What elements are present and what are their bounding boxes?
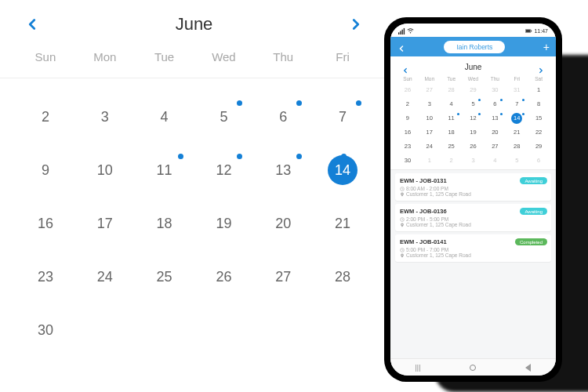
date-cell[interactable]: 18: [135, 209, 194, 238]
mini-date-cell[interactable]: 15: [528, 113, 550, 124]
mini-date-cell[interactable]: 26: [463, 141, 485, 152]
mini-date-cell[interactable]: 14: [506, 113, 528, 124]
mini-date-cell[interactable]: 21: [506, 127, 528, 138]
mini-date-cell[interactable]: 23: [397, 141, 419, 152]
date-cell[interactable]: 2: [16, 102, 75, 132]
date-cell[interactable]: 11: [135, 155, 194, 185]
job-card[interactable]: EWM - JOB-01362:00 PM - 5:00 PMCustomer …: [395, 204, 551, 231]
mini-date-cell[interactable]: 27: [484, 141, 506, 152]
date-cell[interactable]: 5: [194, 102, 254, 132]
date-cell[interactable]: 16: [16, 209, 75, 238]
event-dot-icon: [500, 99, 503, 101]
mini-date-cell[interactable]: 1: [419, 155, 441, 166]
mini-date-cell[interactable]: 31: [506, 85, 528, 96]
calendar-header: June: [0, 0, 388, 50]
date-cell[interactable]: 26: [194, 262, 254, 292]
job-location: Customer 1, 125 Cape Road: [400, 252, 546, 258]
mini-dow-row: SunMonTueWedThuFriSat: [397, 76, 550, 82]
mini-date-cell[interactable]: 28: [506, 141, 528, 152]
mini-date-cell[interactable]: 11: [441, 113, 463, 124]
mini-date-cell[interactable]: 18: [441, 127, 463, 138]
date-cell[interactable]: 17: [75, 209, 135, 238]
add-icon[interactable]: +: [543, 41, 550, 53]
mini-date-cell[interactable]: 3: [419, 99, 441, 110]
svg-rect-3: [404, 28, 405, 34]
mini-calendar-header: June: [397, 61, 550, 76]
mini-date-cell[interactable]: 12: [463, 113, 485, 124]
recent-apps-icon[interactable]: |||: [415, 364, 420, 372]
mini-date-cell[interactable]: 20: [484, 127, 506, 138]
mini-date-cell[interactable]: 7: [506, 99, 528, 110]
mini-date-cell[interactable]: 5: [506, 155, 528, 166]
mini-dow-label: Thu: [484, 76, 506, 82]
mini-dow-label: Tue: [441, 76, 463, 82]
date-cell[interactable]: 7: [313, 102, 372, 132]
mini-date-cell[interactable]: 6: [528, 155, 550, 166]
home-icon[interactable]: [470, 365, 476, 371]
job-card[interactable]: EWM - JOB-01318:00 AM - 2:00 PMCustomer …: [395, 173, 551, 201]
mini-date-cell[interactable]: 9: [397, 113, 419, 124]
event-dot-icon: [500, 113, 503, 115]
mini-date-cell[interactable]: 16: [397, 127, 419, 138]
date-cell[interactable]: 28: [313, 262, 372, 292]
mini-date-cell[interactable]: 13: [484, 113, 506, 124]
dow-label: Mon: [75, 50, 135, 64]
date-cell[interactable]: 21: [313, 209, 372, 238]
back-icon[interactable]: [397, 42, 406, 52]
date-cell[interactable]: 4: [135, 102, 194, 132]
mini-date-cell[interactable]: 29: [528, 141, 550, 152]
back-nav-icon[interactable]: [525, 364, 531, 372]
phone-screen: 11:47 Iain Roberts + June SunMonTueWedTh…: [390, 24, 556, 376]
date-grid: 2345679101112131416171819202123242526272…: [0, 78, 388, 345]
date-cell[interactable]: 13: [253, 155, 313, 185]
mini-date-cell[interactable]: 2: [441, 155, 463, 166]
mini-prev-month-icon[interactable]: [401, 64, 409, 71]
date-cell[interactable]: 30: [16, 315, 75, 345]
user-pill[interactable]: Iain Roberts: [444, 41, 505, 53]
mini-dow-label: Mon: [419, 76, 441, 82]
mini-date-cell[interactable]: 3: [463, 155, 485, 166]
mini-date-cell[interactable]: 26: [397, 85, 419, 96]
date-cell: [253, 315, 313, 345]
next-month-icon[interactable]: [347, 16, 365, 33]
date-cell[interactable]: 12: [194, 155, 254, 185]
mini-dow-label: Fri: [506, 76, 528, 82]
mini-date-cell[interactable]: 29: [463, 85, 485, 96]
date-cell[interactable]: 14: [328, 155, 358, 185]
mini-date-cell[interactable]: 27: [419, 85, 441, 96]
mini-date-cell[interactable]: 28: [441, 85, 463, 96]
date-cell[interactable]: 3: [75, 102, 135, 132]
event-dot-icon: [356, 100, 361, 106]
date-cell[interactable]: 20: [253, 209, 313, 238]
date-cell[interactable]: 9: [16, 155, 75, 185]
mini-date-cell[interactable]: 24: [419, 141, 441, 152]
mini-date-cell[interactable]: 4: [441, 99, 463, 110]
mini-date-cell[interactable]: 30: [484, 85, 506, 96]
mini-date-cell[interactable]: 19: [463, 127, 485, 138]
mini-date-cell[interactable]: 17: [419, 127, 441, 138]
date-cell[interactable]: 10: [75, 155, 135, 185]
clock-icon: [400, 217, 405, 222]
mini-date-cell[interactable]: 8: [528, 99, 550, 110]
date-cell[interactable]: 6: [253, 102, 313, 132]
mini-date-cell[interactable]: 22: [528, 127, 550, 138]
mini-date-cell[interactable]: 25: [441, 141, 463, 152]
dow-label: Wed: [194, 50, 254, 64]
prev-month-icon[interactable]: [24, 16, 41, 33]
mini-date-cell[interactable]: 4: [484, 155, 506, 166]
mini-date-cell[interactable]: 5: [463, 99, 485, 110]
date-cell[interactable]: 23: [16, 262, 75, 292]
date-cell[interactable]: 24: [75, 262, 135, 292]
mini-next-month-icon[interactable]: [537, 64, 545, 71]
date-cell[interactable]: 19: [194, 209, 254, 238]
mini-date-cell[interactable]: 2: [397, 99, 419, 110]
dow-label: Thu: [253, 50, 313, 64]
date-cell[interactable]: 25: [135, 262, 194, 292]
mini-date-cell[interactable]: 1: [528, 85, 550, 96]
mini-date-cell[interactable]: 10: [419, 113, 441, 124]
mini-date-cell[interactable]: 6: [484, 99, 506, 110]
android-nav-bar: |||: [390, 358, 556, 376]
job-card[interactable]: EWM - JOB-01415:00 PM - 7:00 PMCustomer …: [395, 234, 551, 262]
date-cell[interactable]: 27: [253, 262, 313, 292]
mini-date-cell[interactable]: 30: [397, 155, 419, 166]
